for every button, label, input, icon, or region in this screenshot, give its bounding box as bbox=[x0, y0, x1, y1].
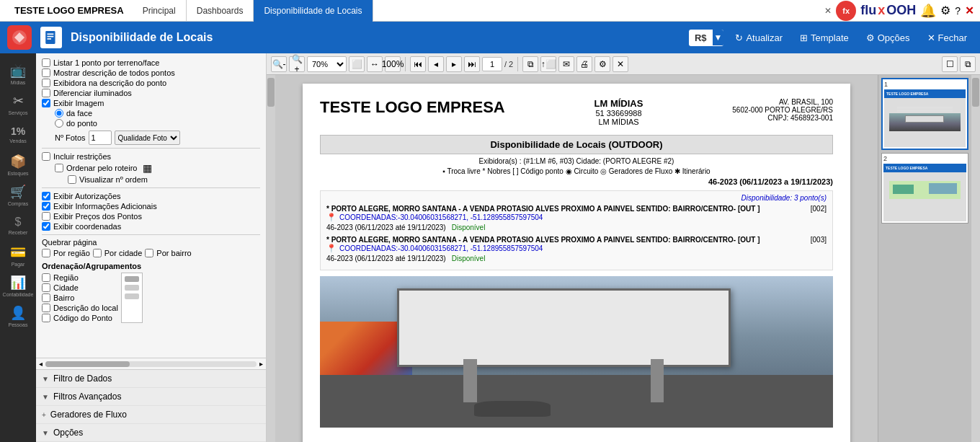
check-listar-input[interactable] bbox=[42, 58, 50, 67]
fit-page-button[interactable]: ⬜ bbox=[349, 56, 365, 72]
check-exibir-coordenadas[interactable]: Exibir coordenadas bbox=[42, 221, 260, 231]
last-page-button[interactable]: ⏭ bbox=[464, 56, 480, 72]
check-bairro-ord-input[interactable] bbox=[42, 293, 50, 302]
settings-btn[interactable]: ⚙ bbox=[594, 56, 610, 72]
current-page-input[interactable] bbox=[482, 57, 502, 71]
check-autorizacoes-input[interactable] bbox=[42, 192, 50, 200]
sidebar-item-servicos[interactable]: ✂ Serviços bbox=[4, 89, 32, 118]
copy-button[interactable]: ⧉ bbox=[522, 56, 538, 72]
check-diferenciar[interactable]: Diferenciar iluminados bbox=[42, 88, 260, 98]
check-ordenar-input[interactable] bbox=[55, 164, 63, 172]
zoom-out-button[interactable]: 🔍- bbox=[271, 56, 287, 72]
check-exibir-imagem[interactable]: Exibir Imagem bbox=[42, 98, 260, 108]
filtro-dados-section[interactable]: ▼ Filtro de Dados bbox=[36, 370, 266, 388]
thumbnail-1[interactable]: 1 TESTE LOGO EMPRESA bbox=[881, 78, 968, 150]
window-close-icon[interactable]: ✕ bbox=[965, 4, 974, 17]
sidebar-item-pessoas[interactable]: 👤 Pessoas bbox=[4, 301, 32, 330]
sidebar-item-receber[interactable]: $ Receber bbox=[4, 211, 32, 239]
qualidade-foto-select[interactable]: Qualidade Foto bbox=[115, 131, 180, 145]
sidebar-item-estoques[interactable]: 📦 Estoques bbox=[4, 150, 32, 179]
settings-gear-icon[interactable]: ⚙ bbox=[940, 4, 950, 17]
tab-dashboards[interactable]: Dashboards bbox=[187, 0, 254, 22]
vertical-scroll-right[interactable] bbox=[971, 75, 980, 442]
check-cidade[interactable]: Cidade bbox=[42, 283, 118, 293]
scroll-left-arrow[interactable]: ◂ bbox=[39, 360, 43, 368]
radio-do-ponto[interactable]: do ponto bbox=[55, 118, 260, 128]
check-precos-input[interactable] bbox=[42, 212, 50, 221]
n-fotos-input[interactable] bbox=[89, 131, 112, 145]
billboard-structure bbox=[397, 288, 731, 367]
filtros-avancados-section[interactable]: ▼ Filtros Avançados bbox=[36, 388, 266, 406]
check-ordenar[interactable]: Ordenar pelo roteiro ▦ bbox=[55, 162, 260, 174]
refresh-button[interactable]: ↻ Atualizar bbox=[729, 30, 788, 46]
print-button[interactable]: 🖨 bbox=[576, 56, 592, 72]
break-cidade-input[interactable] bbox=[93, 249, 102, 257]
thumbnail-2[interactable]: 2 TESTE LOGO EMPRESA bbox=[881, 153, 968, 224]
check-codigo[interactable]: Código do Ponto bbox=[42, 313, 118, 323]
opcoes-section[interactable]: ▼ Opções bbox=[36, 424, 266, 442]
sidebar-item-pagar[interactable]: 💳 Pagar bbox=[4, 241, 32, 270]
help-icon[interactable]: ? bbox=[955, 5, 961, 17]
check-visualizar-input[interactable] bbox=[68, 175, 76, 184]
single-page-view[interactable]: ☐ bbox=[942, 56, 958, 72]
sidebar-item-contabilidade[interactable]: 📊 Contabilidade bbox=[4, 271, 32, 300]
radio-da-face-input[interactable] bbox=[55, 109, 63, 118]
email-button[interactable]: ✉ bbox=[558, 56, 574, 72]
radio-da-face[interactable]: da face bbox=[55, 108, 260, 118]
check-exibidora-input[interactable] bbox=[42, 79, 50, 87]
break-regiao-input[interactable] bbox=[42, 249, 50, 257]
export-button[interactable]: ↑⬜ bbox=[540, 56, 556, 72]
scroll-right-arrow[interactable]: ▸ bbox=[259, 360, 263, 368]
sidebar-horizontal-scroll[interactable]: ◂ ▸ bbox=[36, 358, 266, 369]
options-button[interactable]: ⚙ Opções bbox=[860, 30, 916, 46]
check-mostrar[interactable]: Mostrar descrição de todos pontos bbox=[42, 68, 260, 78]
prev-page-button[interactable]: ◂ bbox=[428, 56, 444, 72]
close-preview-button[interactable]: ✕ bbox=[612, 56, 628, 72]
check-incluir-restricoes[interactable]: Incluir restrições bbox=[42, 151, 260, 162]
check-regiao-ord-input[interactable] bbox=[42, 273, 50, 282]
check-listar[interactable]: Listar 1 ponto por terreno/face bbox=[42, 58, 260, 68]
vertical-scroll-left[interactable] bbox=[267, 75, 275, 442]
check-descricao[interactable]: Descrição do local bbox=[42, 303, 118, 313]
check-descricao-ord-input[interactable] bbox=[42, 304, 50, 312]
zoom-select[interactable]: 70% 50% 100% 150% bbox=[307, 56, 347, 72]
tab-principal[interactable]: Principal bbox=[133, 0, 187, 22]
fit-width-button[interactable]: ↔ bbox=[367, 56, 383, 72]
check-coord-input[interactable] bbox=[42, 222, 50, 231]
check-diferenciar-input[interactable] bbox=[42, 89, 50, 97]
geradores-fluxo-section[interactable]: + Geradores de Fluxo bbox=[36, 406, 266, 424]
check-cidade-ord-input[interactable] bbox=[42, 283, 50, 292]
check-restricoes-input[interactable] bbox=[42, 152, 50, 161]
check-regiao[interactable]: Região bbox=[42, 273, 118, 283]
double-page-view[interactable]: ⧉ bbox=[960, 56, 976, 72]
break-bairro-input[interactable] bbox=[145, 249, 153, 257]
tab-disponibilidade[interactable]: Disponibilidade de Locais bbox=[254, 0, 373, 22]
currency-selector[interactable]: R$ ▼ bbox=[689, 30, 724, 46]
check-mostrar-input[interactable] bbox=[42, 68, 50, 77]
radio-do-ponto-input[interactable] bbox=[55, 119, 63, 128]
check-exibidora[interactable]: Exibidora na descrição do ponto bbox=[42, 78, 260, 88]
close-tab-icon[interactable]: ✕ bbox=[824, 6, 832, 16]
notification-icon[interactable]: 🔔 bbox=[920, 3, 936, 19]
ordenacao-drag-handle[interactable] bbox=[121, 273, 143, 323]
template-button[interactable]: ⊞ Template bbox=[794, 30, 855, 46]
check-exibir-precos[interactable]: Exibir Preços dos Pontos bbox=[42, 211, 260, 221]
viewer-scroll[interactable]: TESTE LOGO EMPRESA LM MÍDIAS 51 33669988… bbox=[275, 75, 878, 442]
close-button[interactable]: ✕ Fechar bbox=[922, 30, 973, 46]
check-codigo-ord-input[interactable] bbox=[42, 314, 50, 322]
sidebar-item-compras[interactable]: 🛒 Compras bbox=[4, 180, 32, 209]
check-info-input[interactable] bbox=[42, 202, 50, 211]
first-page-button[interactable]: ⏮ bbox=[410, 56, 426, 72]
sidebar-item-vendas[interactable]: 1% Vendas bbox=[4, 120, 32, 149]
sidebar-item-midias[interactable]: 📺 Mídias bbox=[4, 59, 32, 88]
scroll-track[interactable] bbox=[45, 361, 257, 367]
currency-dropdown[interactable]: ▼ bbox=[713, 30, 724, 45]
next-page-button[interactable]: ▸ bbox=[446, 56, 462, 72]
check-exibir-imagem-input[interactable] bbox=[42, 99, 50, 107]
actual-size-button[interactable]: 100% bbox=[385, 56, 401, 72]
check-exibir-autorizacoes[interactable]: Exibir Autorizações bbox=[42, 191, 260, 201]
check-bairro[interactable]: Bairro bbox=[42, 293, 118, 303]
check-visualizar[interactable]: Visualizar nº ordem bbox=[55, 174, 260, 185]
check-exibir-info[interactable]: Exibir Informações Adicionais bbox=[42, 201, 260, 211]
zoom-in-button[interactable]: 🔍+ bbox=[289, 56, 305, 72]
